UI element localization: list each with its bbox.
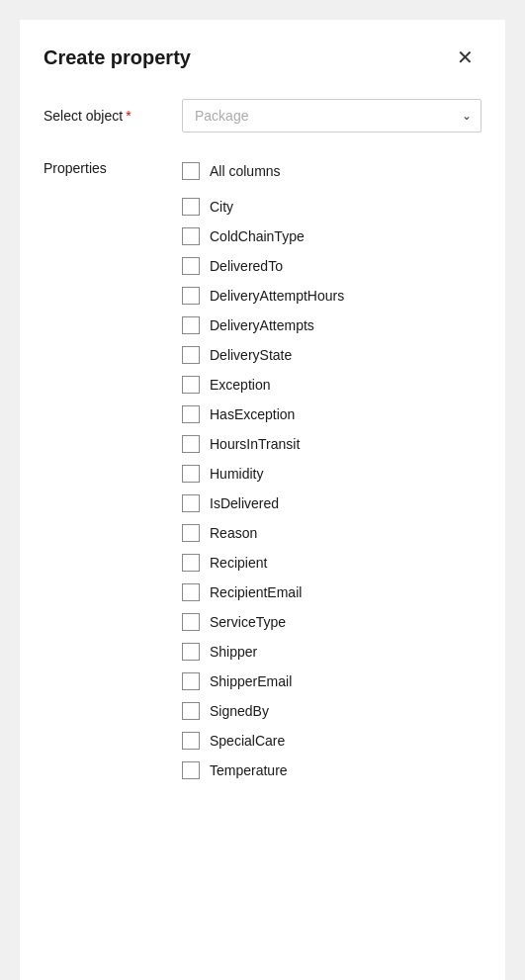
checkbox-label: Recipient: [210, 555, 267, 571]
reason-checkbox[interactable]: [182, 524, 200, 542]
list-item[interactable]: Recipient: [182, 548, 481, 578]
deliveryattempthours-checkbox[interactable]: [182, 287, 200, 305]
list-item[interactable]: RecipientEmail: [182, 578, 481, 607]
servicetype-checkbox[interactable]: [182, 613, 200, 631]
signedby-checkbox[interactable]: [182, 702, 200, 720]
select-object-label: Select object*: [44, 108, 182, 124]
select-object-dropdown[interactable]: Package: [182, 99, 481, 133]
list-item[interactable]: City: [182, 192, 481, 222]
shipper-checkbox[interactable]: [182, 643, 200, 661]
deliveryattempts-checkbox[interactable]: [182, 316, 200, 334]
exception-checkbox[interactable]: [182, 376, 200, 394]
checkbox-label: Exception: [210, 377, 270, 393]
properties-label: Properties: [44, 156, 182, 176]
checkbox-label: Shipper: [210, 644, 257, 660]
list-item[interactable]: DeliveryAttemptHours: [182, 281, 481, 311]
list-item[interactable]: DeliveredTo: [182, 251, 481, 281]
list-item[interactable]: SpecialCare: [182, 726, 481, 756]
required-indicator: *: [126, 108, 131, 124]
properties-list: All columns City ColdChainType Delivered…: [182, 156, 481, 785]
list-item[interactable]: HasException: [182, 400, 481, 429]
checkbox-label: DeliveryAttemptHours: [210, 288, 344, 304]
select-object-wrapper: Package ⌄: [182, 99, 481, 133]
list-item[interactable]: DeliveryAttempts: [182, 311, 481, 340]
city-checkbox[interactable]: [182, 198, 200, 216]
all-columns-item[interactable]: All columns: [182, 156, 481, 186]
deliveredto-checkbox[interactable]: [182, 257, 200, 275]
checkbox-label: City: [210, 199, 233, 215]
list-item[interactable]: Humidity: [182, 459, 481, 489]
list-item[interactable]: DeliveryState: [182, 340, 481, 370]
recipientemail-checkbox[interactable]: [182, 583, 200, 601]
isdelivered-checkbox[interactable]: [182, 494, 200, 512]
checkbox-label: Temperature: [210, 762, 288, 778]
list-item[interactable]: Temperature: [182, 756, 481, 785]
list-item[interactable]: Reason: [182, 518, 481, 548]
recipient-checkbox[interactable]: [182, 554, 200, 572]
panel-title: Create property: [44, 46, 191, 69]
deliverystate-checkbox[interactable]: [182, 346, 200, 364]
list-item[interactable]: SignedBy: [182, 696, 481, 726]
checkbox-label: DeliveredTo: [210, 258, 283, 274]
humidity-checkbox[interactable]: [182, 465, 200, 483]
panel-header: Create property ✕: [44, 44, 481, 71]
checkbox-label: ColdChainType: [210, 228, 305, 244]
list-item[interactable]: Exception: [182, 370, 481, 400]
coldchaintype-checkbox[interactable]: [182, 227, 200, 245]
hasexception-checkbox[interactable]: [182, 405, 200, 423]
specialcare-checkbox[interactable]: [182, 732, 200, 750]
checkbox-label: ServiceType: [210, 614, 286, 630]
hoursintransit-checkbox[interactable]: [182, 435, 200, 453]
close-button[interactable]: ✕: [449, 44, 481, 71]
temperature-checkbox[interactable]: [182, 761, 200, 779]
all-columns-checkbox[interactable]: [182, 162, 200, 180]
list-item[interactable]: ServiceType: [182, 607, 481, 637]
checkbox-label: HoursInTransit: [210, 436, 300, 452]
checkbox-label: HasException: [210, 406, 295, 422]
checkbox-label: Humidity: [210, 466, 263, 482]
list-item[interactable]: ColdChainType: [182, 222, 481, 251]
list-item[interactable]: HoursInTransit: [182, 429, 481, 459]
checkbox-label: ShipperEmail: [210, 673, 292, 689]
list-item[interactable]: ShipperEmail: [182, 667, 481, 696]
properties-row: Properties All columns City ColdChainTyp…: [44, 156, 481, 785]
list-item[interactable]: Shipper: [182, 637, 481, 667]
shipperemail-checkbox[interactable]: [182, 672, 200, 690]
checkbox-label: DeliveryState: [210, 347, 292, 363]
checkbox-label: DeliveryAttempts: [210, 317, 314, 333]
list-item[interactable]: IsDelivered: [182, 489, 481, 518]
checkbox-label: IsDelivered: [210, 495, 279, 511]
all-columns-label: All columns: [210, 163, 281, 179]
checkbox-label: SignedBy: [210, 703, 269, 719]
checkbox-label: Reason: [210, 525, 257, 541]
checkbox-label: RecipientEmail: [210, 584, 302, 600]
create-property-panel: Create property ✕ Select object* Package…: [20, 20, 505, 980]
select-object-row: Select object* Package ⌄: [44, 99, 481, 133]
checkbox-label: SpecialCare: [210, 733, 285, 749]
